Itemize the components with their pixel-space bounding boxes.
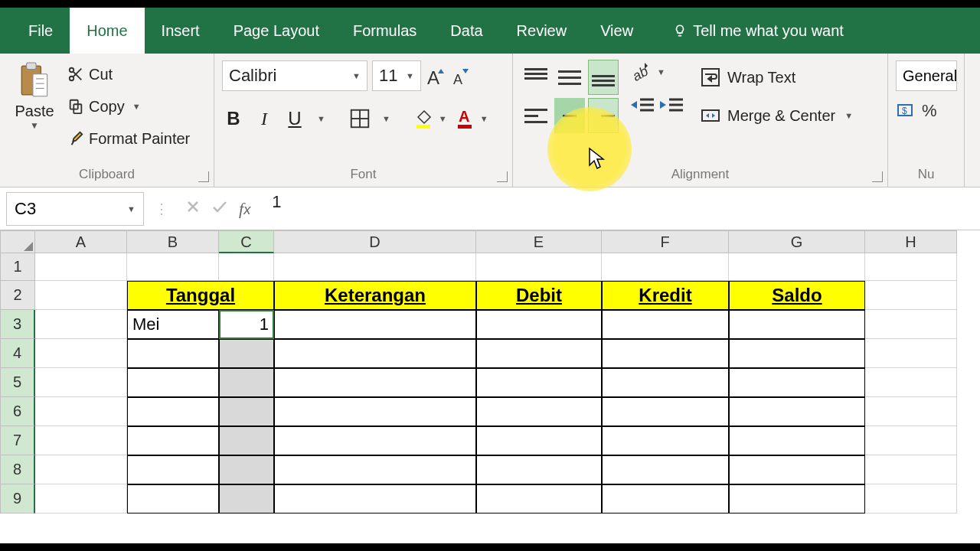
col-header[interactable]: E (476, 230, 602, 253)
cell[interactable] (35, 310, 127, 339)
cell[interactable] (865, 397, 957, 426)
cell[interactable] (219, 397, 274, 426)
format-painter-button[interactable]: Format Painter (67, 124, 190, 153)
tab-insert[interactable]: Insert (145, 8, 217, 54)
row-header[interactable]: 7 (0, 426, 35, 455)
cell[interactable] (219, 253, 274, 281)
cell[interactable] (476, 368, 602, 397)
cell[interactable] (35, 339, 127, 368)
row-header[interactable]: 8 (0, 455, 35, 484)
orientation-button[interactable]: ab ▼ (629, 61, 684, 83)
cell[interactable] (602, 484, 729, 514)
col-header[interactable]: F (602, 230, 729, 253)
cell[interactable] (127, 426, 219, 455)
cell[interactable] (729, 397, 865, 426)
cell[interactable] (476, 253, 602, 281)
tab-page-layout[interactable]: Page Layout (217, 8, 336, 54)
table-header[interactable]: Tanggal (127, 281, 274, 310)
bold-button[interactable]: B (222, 106, 245, 132)
cell[interactable] (127, 484, 219, 514)
borders-button[interactable] (348, 107, 371, 130)
tell-me-box[interactable]: Tell me what you want (673, 8, 844, 54)
cell[interactable] (602, 339, 729, 368)
paste-button[interactable]: Paste ▼ (8, 58, 61, 165)
cell[interactable] (476, 484, 602, 514)
table-header[interactable]: Debit (476, 281, 602, 310)
col-header[interactable]: B (127, 230, 219, 253)
cell[interactable] (602, 455, 729, 484)
insert-function-button[interactable]: fx (239, 199, 250, 219)
cell[interactable] (274, 253, 476, 281)
row-header[interactable]: 5 (0, 368, 35, 397)
cell[interactable] (729, 426, 865, 455)
fill-color-button[interactable]: ▼ (413, 108, 447, 129)
cell[interactable] (35, 368, 127, 397)
cell[interactable] (729, 253, 865, 281)
align-top-button[interactable] (521, 60, 551, 95)
table-header[interactable]: Keterangan (274, 281, 476, 310)
font-color-button[interactable]: A ▼ (455, 108, 488, 129)
tab-file[interactable]: File (11, 8, 70, 54)
cell[interactable] (274, 397, 476, 426)
cell[interactable] (219, 368, 274, 397)
wrap-text-button[interactable]: Wrap Text (700, 61, 853, 93)
cell[interactable] (127, 339, 219, 368)
cell[interactable] (219, 455, 274, 484)
cell[interactable] (476, 455, 602, 484)
cell[interactable] (602, 310, 729, 339)
cell[interactable] (865, 368, 957, 397)
formula-bar-input[interactable]: 1 (264, 192, 974, 226)
accounting-format-button[interactable]: $ (896, 101, 916, 121)
row-header[interactable]: 2 (0, 281, 35, 310)
cell[interactable] (35, 281, 127, 310)
font-name-select[interactable]: Calibri▼ (222, 60, 368, 91)
col-header[interactable]: G (729, 230, 865, 253)
cell[interactable] (865, 281, 957, 310)
active-cell[interactable]: 1 (219, 310, 274, 339)
copy-button[interactable]: Copy ▼ (67, 92, 190, 121)
enter-formula-button[interactable] (211, 199, 228, 214)
cell[interactable] (127, 253, 219, 281)
cell[interactable] (127, 455, 219, 484)
tab-home[interactable]: Home (70, 8, 144, 54)
cell[interactable] (274, 455, 476, 484)
cell[interactable] (729, 310, 865, 339)
cell[interactable] (35, 397, 127, 426)
col-header[interactable]: A (35, 230, 127, 253)
cell[interactable] (602, 368, 729, 397)
increase-indent-button[interactable] (658, 93, 684, 116)
align-left-button[interactable] (521, 98, 551, 133)
align-center-button[interactable] (554, 98, 585, 133)
select-all-button[interactable] (0, 230, 35, 253)
italic-button[interactable]: I (253, 106, 276, 132)
decrease-indent-button[interactable] (629, 93, 655, 116)
cell[interactable] (729, 368, 865, 397)
align-middle-button[interactable] (554, 60, 585, 95)
dialog-launcher-icon[interactable] (872, 171, 883, 182)
decrease-font-button[interactable]: A (450, 63, 470, 89)
cell[interactable] (602, 397, 729, 426)
col-header[interactable]: D (274, 230, 476, 253)
name-box[interactable]: C3▼ (6, 192, 144, 226)
tab-formulas[interactable]: Formulas (336, 8, 433, 54)
font-size-select[interactable]: 11▼ (372, 60, 421, 91)
col-header[interactable]: H (865, 230, 957, 253)
cell[interactable]: Mei (127, 310, 219, 339)
cell[interactable] (729, 339, 865, 368)
cell[interactable] (729, 484, 865, 514)
cell[interactable] (865, 310, 957, 339)
cell[interactable] (219, 484, 274, 514)
cell[interactable] (35, 455, 127, 484)
percent-button[interactable]: % (922, 101, 937, 121)
table-header[interactable]: Kredit (602, 281, 729, 310)
cell[interactable] (476, 426, 602, 455)
align-bottom-button[interactable] (588, 60, 619, 95)
cell[interactable] (35, 426, 127, 455)
col-header[interactable]: C (219, 230, 274, 253)
cell[interactable] (127, 397, 219, 426)
tab-view[interactable]: View (583, 8, 650, 54)
underline-button[interactable]: U (283, 106, 306, 132)
align-right-button[interactable] (588, 98, 619, 133)
cancel-formula-button[interactable] (185, 199, 201, 214)
increase-font-button[interactable]: A (426, 63, 446, 89)
